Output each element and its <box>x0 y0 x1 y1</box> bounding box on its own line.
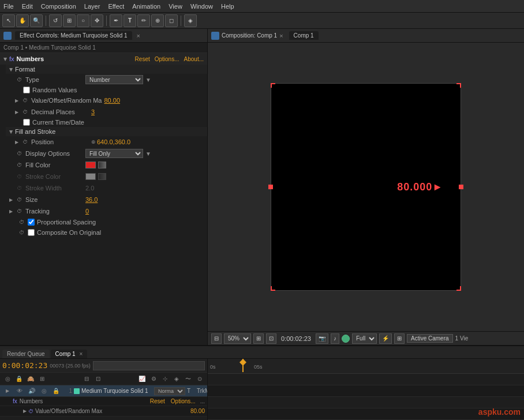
tracking-expand-icon[interactable]: ▶ <box>9 209 13 214</box>
current-time-checkbox[interactable] <box>23 119 30 126</box>
about-link[interactable]: About... <box>184 56 204 62</box>
menu-animation[interactable]: Animation <box>132 3 160 10</box>
timeline-timecode[interactable]: 0:00:02:23 <box>2 361 47 370</box>
size-expand-icon[interactable]: ▶ <box>9 197 13 202</box>
tracking-value[interactable]: 0 <box>85 208 89 215</box>
zoom-select[interactable]: 50% <box>224 333 251 344</box>
layer-video-icon[interactable]: 👁 <box>14 386 25 396</box>
tracking-stopwatch-icon[interactable]: ⏱ <box>15 207 23 215</box>
tool-text[interactable]: T <box>123 14 136 27</box>
viewer-region-btn[interactable]: ⊟ <box>211 333 222 344</box>
composite-original-checkbox[interactable] <box>28 229 35 236</box>
tool-camera[interactable]: ⊞ <box>63 14 76 27</box>
tl-preview-btn[interactable]: ⊙ <box>194 374 205 384</box>
menu-window[interactable]: Window <box>190 3 213 10</box>
fill-stopwatch-icon[interactable]: ⏱ <box>15 161 23 169</box>
tl-settings-btn[interactable]: ⚙ <box>148 374 159 384</box>
tool-arrow[interactable]: ↖ <box>2 14 15 27</box>
proportional-spacing-checkbox[interactable] <box>28 219 35 226</box>
panel-close-btn[interactable]: × <box>137 32 140 39</box>
tool-zoom[interactable]: 🔍 <box>30 14 43 27</box>
menu-edit[interactable]: Edit <box>22 3 33 10</box>
sw-stopwatch-icon[interactable]: ⏱ <box>15 184 23 192</box>
viewer-fast-preview-btn[interactable]: ⚡ <box>379 333 392 344</box>
viewer-grid-btn[interactable]: ⊡ <box>266 333 276 344</box>
type-stopwatch-icon[interactable]: ⏱ <box>15 76 23 84</box>
layer-mode-select[interactable]: Norma <box>154 387 185 395</box>
layer-lock-icon[interactable]: 🔒 <box>51 386 61 396</box>
tl-solo-btn[interactable]: ◎ <box>2 374 13 384</box>
stroke-color-swatch[interactable] <box>85 173 96 180</box>
tl-switches-btn[interactable]: ⊟ <box>81 374 92 384</box>
menu-file[interactable]: File <box>3 3 14 10</box>
tl-graph-btn[interactable]: 📈 <box>137 374 147 384</box>
stroke-stopwatch-icon[interactable]: ⏱ <box>15 172 23 181</box>
comp1-tab[interactable]: Comp 1 × <box>51 350 88 358</box>
pos-expand-icon[interactable]: ▶ <box>15 140 18 145</box>
layer-audio-icon[interactable]: 🔊 <box>27 386 37 396</box>
tl-marker-btn[interactable]: ◈ <box>171 374 182 384</box>
type-select[interactable]: Number <box>85 75 143 84</box>
tool-puppet[interactable]: ◈ <box>184 14 197 27</box>
effect-controls-tab[interactable]: Effect Controls: Medium Turquoise Solid … <box>15 31 132 40</box>
size-stopwatch-icon[interactable]: ⏱ <box>15 196 23 204</box>
menu-effect[interactable]: Effect <box>108 3 124 10</box>
format-group-header[interactable]: ▶ Format <box>6 65 207 74</box>
random-values-checkbox[interactable] <box>23 87 30 93</box>
fx-more-icon[interactable]: ... <box>200 398 205 404</box>
position-coords[interactable]: 640.0,360.0 <box>97 138 130 145</box>
tool-pen[interactable]: ✒ <box>110 14 122 27</box>
tool-rotate[interactable]: ↺ <box>49 14 62 27</box>
layer-expand-icon[interactable]: ▶ <box>2 386 13 396</box>
expand-numbers-icon[interactable]: ▶ <box>3 57 8 61</box>
tool-hand[interactable]: ✋ <box>16 14 29 27</box>
comp-inner-tab[interactable]: Comp 1 <box>289 31 319 40</box>
value-expand-icon[interactable]: ▶ <box>15 98 18 103</box>
layer-solo-icon[interactable]: ◎ <box>39 386 49 396</box>
tl-collapse-btn[interactable]: ⊞ <box>37 374 47 384</box>
val-expand-icon[interactable]: ▶ <box>23 408 27 414</box>
value-sublayer-value[interactable]: 80.00 <box>190 408 205 414</box>
tool-clone[interactable]: ⊕ <box>151 14 164 27</box>
decimal-stopwatch-icon[interactable]: ⏱ <box>21 108 29 116</box>
tl-motion-btn[interactable]: 〜 <box>183 374 193 384</box>
viewer-timecode[interactable]: 0:00:02:23 <box>279 335 313 342</box>
render-queue-tab[interactable]: Render Queue <box>2 350 50 358</box>
menu-composition[interactable]: Composition <box>41 3 76 10</box>
reset-link[interactable]: Reset <box>135 56 150 62</box>
fx-options-link[interactable]: Options... <box>171 398 196 404</box>
viewer-fit-btn[interactable]: ⊞ <box>253 333 264 344</box>
size-value[interactable]: 36.0 <box>85 196 98 203</box>
tl-snap-btn[interactable]: ⊹ <box>160 374 170 384</box>
value-value[interactable]: 80.00 <box>104 97 121 104</box>
active-camera-label[interactable]: Active Camera <box>407 334 453 343</box>
viewer-audio-btn[interactable]: ♪ <box>331 333 339 344</box>
fill-color-swatch[interactable] <box>85 162 96 168</box>
tl-lock-btn[interactable]: 🔒 <box>14 374 24 384</box>
decimal-places-value[interactable]: 3 <box>91 108 95 115</box>
playhead[interactable] <box>242 359 244 372</box>
layer-row[interactable]: ▶ 👁 🔊 ◎ 🔒 1 Medium Turquoise Solid 1 Nor… <box>0 385 207 397</box>
tool-orbit[interactable]: ○ <box>77 14 89 27</box>
pos-stopwatch-icon[interactable]: ⏱ <box>21 138 29 146</box>
menu-view[interactable]: View <box>169 3 182 10</box>
comp1-tab-close[interactable]: × <box>79 351 83 357</box>
fx-reset-link[interactable]: Reset <box>150 398 165 404</box>
fill-gradient-swatch[interactable] <box>98 162 106 168</box>
quality-select[interactable]: Full <box>352 333 377 344</box>
menu-help[interactable]: Help <box>221 3 234 10</box>
viewer-camera-btn[interactable]: 📷 <box>316 333 328 344</box>
tool-brush[interactable]: ✏ <box>137 14 150 27</box>
tool-eraser[interactable]: ◻ <box>165 14 178 27</box>
options-link[interactable]: Options... <box>155 56 179 62</box>
display-stopwatch-icon[interactable]: ⏱ <box>15 149 23 158</box>
stroke-gradient-swatch[interactable] <box>98 173 106 180</box>
tl-modes-btn[interactable]: ⊡ <box>93 374 103 384</box>
timeline-search[interactable] <box>93 361 205 370</box>
menu-layer[interactable]: Layer <box>84 3 100 10</box>
comp-close-icon[interactable]: × <box>279 32 283 39</box>
value-stopwatch-icon[interactable]: ⏱ <box>21 96 29 104</box>
tool-pan[interactable]: ✥ <box>91 14 103 27</box>
fill-stroke-header[interactable]: ▶ Fill and Stroke <box>6 127 207 136</box>
tl-shy-btn[interactable]: 🙈 <box>25 374 36 384</box>
